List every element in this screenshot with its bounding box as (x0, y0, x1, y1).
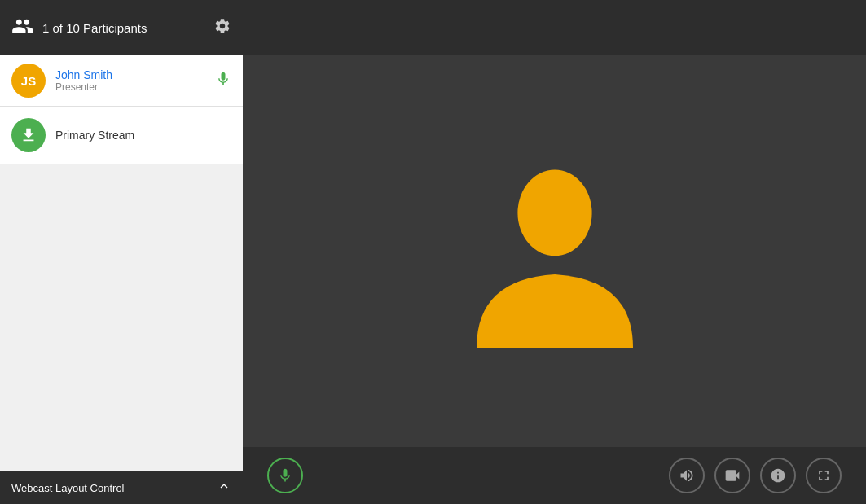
svg-point-0 (517, 169, 591, 256)
participant-name: John Smith (55, 68, 205, 81)
app-container: 1 of 10 Participants JS John Smith Prese… (0, 0, 866, 504)
fullscreen-button[interactable] (806, 458, 842, 493)
info-button[interactable] (760, 458, 796, 493)
stream-icon-circle (11, 118, 46, 152)
chevron-up-icon[interactable] (217, 479, 231, 497)
webcast-footer: Webcast Layout Control (0, 471, 243, 504)
stream-label: Primary Stream (55, 129, 134, 142)
sidebar-header: 1 of 10 Participants (0, 0, 243, 55)
video-content (243, 55, 866, 447)
participants-label: 1 of 10 Participants (42, 21, 205, 35)
camera-button[interactable] (714, 458, 750, 493)
volume-button[interactable] (669, 458, 705, 493)
mic-button[interactable] (267, 458, 303, 493)
controls-left (267, 458, 303, 493)
avatar: JS (11, 64, 46, 98)
participant-row: JS John Smith Presenter (0, 55, 243, 107)
webcast-label: Webcast Layout Control (11, 482, 210, 494)
person-silhouette (457, 152, 653, 351)
participants-icon (11, 15, 34, 41)
controls-right (669, 458, 842, 493)
sidebar-body (0, 164, 243, 471)
controls-bar (243, 447, 866, 504)
mic-active-icon (215, 71, 231, 91)
video-top-bar (243, 0, 866, 55)
participant-info: John Smith Presenter (55, 68, 205, 93)
stream-row[interactable]: Primary Stream (0, 107, 243, 164)
sidebar: 1 of 10 Participants JS John Smith Prese… (0, 0, 243, 504)
participant-role: Presenter (55, 81, 205, 93)
gear-icon[interactable] (213, 17, 231, 39)
main-area (243, 0, 866, 504)
